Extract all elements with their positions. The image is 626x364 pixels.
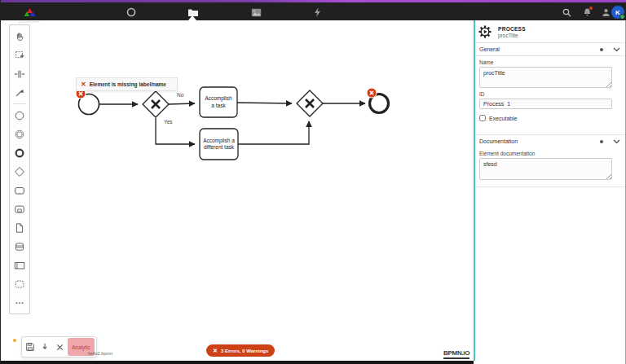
file-toolbar: Analytic: [21, 336, 97, 357]
error-x-icon: ✕: [213, 348, 218, 353]
executable-label: Executable: [489, 116, 518, 121]
data-store-icon: [14, 241, 25, 252]
create-start-event[interactable]: [10, 106, 29, 125]
close-button[interactable]: [53, 339, 66, 355]
chevron-down-icon[interactable]: [613, 47, 620, 52]
flow-yes-to-task2[interactable]: [156, 118, 195, 144]
documentation-field[interactable]: sfesd: [479, 158, 612, 180]
task2-label: Accomplish a different task: [200, 129, 238, 160]
issues-button[interactable]: ✕ 3 Errors, 0 Warnings: [206, 344, 275, 357]
divider: [475, 186, 625, 187]
download-button[interactable]: [38, 339, 51, 355]
lint-error-tooltip: ✕ Element is missing label/name: [76, 77, 178, 91]
id-field[interactable]: [479, 99, 612, 109]
section-pin-icon[interactable]: [600, 140, 603, 143]
more-tools[interactable]: [10, 293, 29, 312]
create-data-object[interactable]: [10, 218, 29, 237]
start-event-icon: [14, 110, 25, 121]
properties-panel: PROCESS procTitle General Name procTitle…: [475, 20, 625, 361]
flow-label-no: No: [177, 92, 183, 98]
end-event-icon: [14, 147, 25, 159]
close-icon: [55, 343, 64, 352]
create-subprocess[interactable]: [10, 200, 29, 218]
create-participant[interactable]: [10, 256, 29, 274]
lint-error-text: Element is missing label/name: [90, 81, 166, 87]
error-x-icon: ✕: [81, 81, 86, 88]
intermediate-event-icon: [14, 129, 25, 140]
bpmn-palette: [9, 24, 30, 314]
bpmn-modeler-app: processCentric: [0, 0, 626, 364]
participant-icon: [14, 260, 25, 271]
lasso-icon: [14, 50, 25, 61]
id-field-label: ID: [475, 88, 625, 99]
section-pin-icon[interactable]: [600, 48, 603, 51]
ellipsis-icon: [14, 297, 25, 309]
save-icon: [25, 342, 35, 352]
flow-task2-to-gateway2[interactable]: [238, 121, 309, 144]
issues-count-text: 3 Errors, 0 Warnings: [221, 349, 268, 353]
create-intermediate-event[interactable]: [10, 125, 29, 143]
name-field[interactable]: procTitle: [479, 67, 612, 88]
flow-label-yes: Yes: [164, 119, 173, 125]
space-tool[interactable]: [10, 64, 29, 83]
lasso-tool[interactable]: [10, 46, 29, 64]
group-icon: [14, 278, 25, 290]
section-documentation-label: Documentation: [479, 138, 600, 144]
error-badge-end-event[interactable]: [367, 88, 377, 98]
create-end-event[interactable]: [10, 143, 29, 162]
download-icon: [40, 342, 50, 352]
properties-header: PROCESS procTitle: [475, 20, 625, 42]
flow-no-to-task1[interactable]: [169, 103, 195, 104]
create-data-store[interactable]: [10, 237, 29, 256]
create-group[interactable]: [10, 274, 29, 293]
task-icon: [14, 185, 25, 196]
file-tab-name[interactable]: hello2.bpmn: [88, 351, 112, 356]
bpmn-io-watermark[interactable]: BPMN.iO: [443, 349, 470, 359]
gateway-icon: [14, 166, 25, 178]
space-icon: [14, 68, 25, 80]
hand-icon: [14, 31, 25, 42]
element-type-label: PROCESS: [498, 26, 526, 32]
documentation-field-label: Element documentation: [475, 147, 625, 158]
data-object-icon: [14, 222, 25, 234]
flow-task1-to-gateway2[interactable]: [237, 103, 292, 103]
global-connect-tool[interactable]: [10, 83, 29, 102]
section-general-label: General: [479, 46, 600, 52]
name-field-label: Name: [475, 56, 625, 67]
hand-tool[interactable]: [10, 27, 29, 46]
element-title: procTitle: [498, 33, 526, 38]
process-gear-icon: [478, 25, 492, 38]
connect-arrow-icon: [14, 87, 25, 99]
chevron-down-icon[interactable]: [613, 139, 620, 144]
unsaved-indicator-dot: [13, 339, 16, 342]
create-task[interactable]: [10, 181, 29, 200]
section-documentation[interactable]: Documentation: [475, 135, 625, 147]
create-gateway[interactable]: [10, 162, 29, 181]
subprocess-icon: [14, 204, 25, 215]
save-button[interactable]: [24, 339, 37, 355]
palette-separator: [13, 103, 26, 104]
bottom-strip: [1, 361, 474, 364]
executable-checkbox[interactable]: [479, 115, 486, 121]
task1-label: Accomplish a task: [200, 87, 237, 117]
section-general[interactable]: General: [475, 43, 625, 55]
